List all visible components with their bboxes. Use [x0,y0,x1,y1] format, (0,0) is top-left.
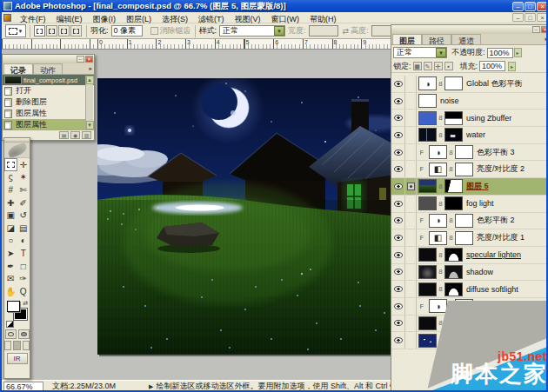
current-tool-button[interactable]: ▼ [5,24,26,37]
opacity-slider-icon[interactable]: ▸ [514,48,522,57]
layer-row[interactable]: 8water [391,127,548,144]
layer-row[interactable]: 8fog light [391,196,548,213]
history-item[interactable]: 打开 [3,85,87,96]
doc-restore-button[interactable]: □ [525,13,536,22]
layer-row[interactable]: ◑8Global 色彩平衡 [391,76,548,93]
layer-thumbnail[interactable] [418,316,437,330]
layer-thumbnail[interactable]: ◧ [429,231,447,245]
slice-tool[interactable]: ✄ [17,183,30,196]
layer-thumbnail[interactable] [418,179,437,193]
palette-minimize-button[interactable]: – [77,56,84,63]
default-colors-icon[interactable] [6,321,14,328]
layer-row[interactable]: F◑8色彩平衡 3 [391,144,548,162]
layer-visibility-toggle[interactable] [391,332,405,349]
layer-link-column[interactable] [405,178,417,195]
layer-thumbnail[interactable] [418,94,437,108]
layer-thumbnail[interactable]: ◑ [429,299,447,313]
history-item[interactable]: 图层属性 [3,108,87,119]
healing-brush-tool[interactable]: ✚ [4,196,17,209]
layer-link-column[interactable] [405,76,417,92]
menu-item-3[interactable]: 图层(L) [121,15,157,23]
layer-row[interactable]: 8图层 5 [391,178,548,196]
gradient-tool[interactable]: ▤ [17,222,30,235]
horizontal-ruler[interactable]: 012345678910 [2,39,391,50]
standard-screen-button[interactable] [4,341,11,350]
swap-colors-icon[interactable]: ⇄ [23,300,28,307]
layer-row[interactable]: F◧8亮度/对比度 1 [391,229,548,247]
lock-pixels-icon[interactable]: ✎ [424,62,432,70]
layer-thumbnail[interactable] [418,334,437,348]
history-snapshot-row[interactable]: final_composit.psd [3,75,94,85]
layer-thumbnail[interactable]: ◑ [429,214,447,228]
layer-link-column[interactable] [405,298,417,315]
layer-mask-thumbnail[interactable] [444,111,463,125]
layer-mask-thumbnail[interactable] [444,265,463,279]
layer-link-column[interactable] [405,110,417,126]
layer-name[interactable]: 背景 [440,335,456,346]
menu-item-0[interactable]: 文件(F) [15,15,51,23]
blur-tool[interactable]: ○ [4,235,17,248]
selection-mode-intersect-button[interactable] [70,25,82,37]
delete-state-button[interactable]: ▥ [82,131,91,139]
menu-item-1[interactable]: 编辑(E) [51,15,88,23]
layers-tab-2[interactable]: 通道 [451,34,481,44]
layer-name[interactable]: Global 色彩平衡 [466,78,523,90]
layer-row[interactable]: F◧8亮度/对比度 2 [391,161,548,178]
fullscreen-menubar-button[interactable] [13,341,20,350]
layer-visibility-toggle[interactable] [391,264,405,281]
jump-to-imageready-button[interactable]: IR [7,353,28,364]
layer-thumbnail[interactable]: ◧ [429,163,447,176]
zoom-level-field[interactable]: 66.67% [3,382,43,392]
layer-visibility-toggle[interactable] [391,161,405,177]
selection-mode-new-button[interactable] [34,25,45,37]
eyedropper-tool[interactable]: ✑ [17,272,30,285]
layers-palette-titlebar[interactable]: – × [391,25,548,34]
palette-close-button[interactable]: × [85,56,93,63]
layer-visibility-toggle[interactable] [391,144,405,161]
close-button[interactable]: × [537,2,548,11]
path-selection-tool[interactable]: ➤ [4,247,17,260]
layers-tab-1[interactable]: 路径 [422,34,451,44]
doc-minimize-button[interactable]: – [512,13,524,22]
quick-mask-mode-button[interactable] [18,329,30,339]
layer-link-column[interactable] [405,247,417,263]
hand-tool[interactable]: ✋ [4,285,17,298]
history-tab-1[interactable]: 动作 [33,63,63,74]
layer-visibility-toggle[interactable] [391,196,405,212]
menu-item-5[interactable]: 滤镜(T) [193,15,230,23]
layer-row[interactable]: noise [391,93,548,110]
layer-name[interactable]: shadow [466,268,493,276]
layer-row[interactable]: 8using Zbuffer [391,110,548,127]
layer-thumbnail[interactable] [418,196,437,210]
width-input[interactable] [309,25,338,37]
lock-transparency-icon[interactable]: ▦ [413,62,422,70]
layer-link-column[interactable] [405,264,417,281]
layer-visibility-toggle[interactable] [391,281,405,297]
layer-visibility-toggle[interactable] [391,76,405,92]
layer-mask-thumbnail[interactable] [444,179,463,193]
layer-link-column[interactable] [405,213,417,229]
zoom-tool[interactable]: Q [17,285,30,298]
notes-tool[interactable]: ✉ [4,272,17,285]
foreground-color-swatch[interactable] [7,301,20,312]
layer-visibility-toggle[interactable] [391,110,405,126]
layer-link-column[interactable] [405,196,417,212]
layer-name[interactable]: specular lighten [466,250,521,259]
doc-close-button[interactable]: × [537,13,548,22]
layer-name[interactable]: 色彩平衡 2 [477,215,515,226]
layer-mask-thumbnail[interactable] [455,231,473,245]
minimize-button[interactable]: – [512,2,524,11]
fill-slider-icon[interactable]: ▸ [508,62,516,71]
layer-row[interactable]: 背景 [391,332,548,349]
brush-tool[interactable]: ✐ [17,196,30,209]
palette-minimize-button[interactable]: – [532,26,540,33]
layer-mask-thumbnail[interactable] [455,145,473,159]
layer-mask-thumbnail[interactable] [444,282,463,296]
layer-visibility-toggle[interactable] [391,178,405,195]
layer-mask-thumbnail[interactable] [444,128,463,142]
palette-close-button[interactable]: × [541,26,548,33]
layer-thumbnail[interactable] [418,128,437,142]
antialias-checkbox[interactable] [150,27,158,35]
layer-visibility-toggle[interactable] [391,127,405,143]
dodge-tool[interactable]: ◐ [17,235,30,248]
